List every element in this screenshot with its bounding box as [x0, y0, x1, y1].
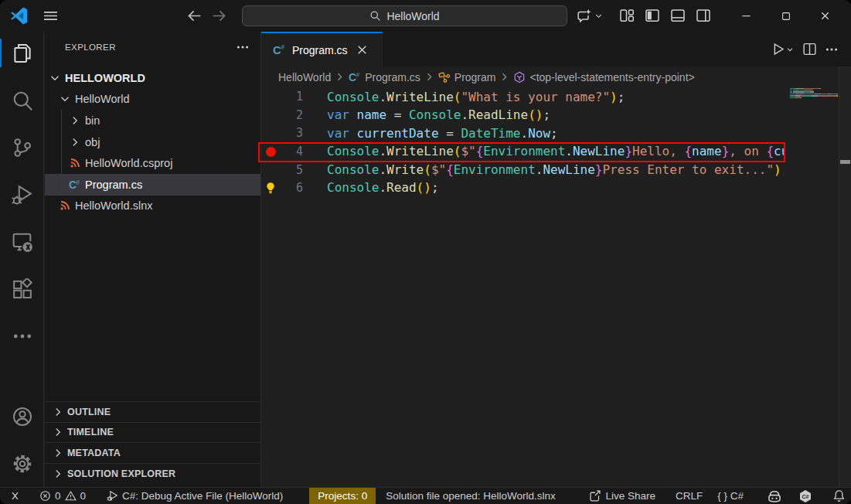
tree-item-label: HelloWorld.csproj — [85, 157, 172, 169]
project-file-icon — [59, 199, 71, 212]
status-notifications[interactable] — [827, 488, 851, 504]
csharp-file-icon — [273, 43, 286, 56]
status-remote-indicator[interactable] — [0, 488, 26, 504]
minimap-line — [790, 95, 838, 97]
tree-item-bin[interactable]: bin — [45, 110, 260, 131]
breadcrumb-program-cs[interactable]: Program.cs — [349, 71, 420, 83]
activitybar-item-additional-views[interactable] — [0, 312, 44, 359]
status-projects[interactable]: Projects: 0 — [309, 488, 376, 504]
breadcrumb-separator-icon — [499, 71, 510, 83]
toggle-primary-sidebar-icon[interactable] — [645, 8, 660, 23]
close-button[interactable] — [805, 0, 845, 32]
copilot-chat-icon — [576, 9, 591, 24]
activitybar-item-remote-explorer[interactable] — [0, 218, 44, 265]
status-copilot[interactable] — [761, 488, 788, 504]
line-number: 3 — [280, 126, 303, 140]
minimize-icon — [740, 10, 752, 22]
tree-item-label: HELLOWORLD — [65, 72, 145, 84]
status-text: { } C# — [717, 490, 744, 502]
maximize-button[interactable] — [766, 0, 805, 32]
code-line-3: 3var currentDate = DateTime.Now; — [261, 124, 784, 143]
tab-program-cs[interactable]: Program.cs — [261, 32, 383, 66]
go-forward-icon[interactable] — [211, 8, 227, 24]
section-label: METADATA — [67, 448, 121, 458]
sidebar-sections: OUTLINETIMELINEMETADATASOLUTION EXPLORER — [45, 401, 260, 483]
split-editor-icon[interactable] — [802, 42, 817, 56]
line-highlight-annotation — [258, 142, 785, 162]
extensions-icon — [12, 278, 33, 300]
tree-item-program-cs[interactable]: Program.cs — [45, 174, 260, 196]
project-file-icon — [69, 157, 81, 169]
activitybar-item-explorer[interactable] — [0, 29, 44, 77]
warning-icon — [65, 490, 77, 502]
run-icon — [771, 42, 785, 56]
status-text: C#: Debug Active File (HelloWorld) — [122, 490, 283, 502]
section-solution-explorer[interactable]: SOLUTION EXPLORER — [45, 463, 260, 484]
toggle-panel-icon[interactable] — [670, 8, 686, 23]
activitybar-item-run-and-debug[interactable] — [0, 171, 44, 218]
minimap[interactable] — [790, 88, 838, 100]
customize-layout-icon[interactable] — [619, 8, 635, 23]
minimize-button[interactable] — [727, 0, 766, 32]
activity-bar — [0, 32, 44, 487]
vscode-logo-icon — [10, 7, 28, 25]
status-live-share[interactable]: Live Share — [583, 488, 661, 504]
toggle-secondary-sidebar-icon[interactable] — [696, 8, 711, 23]
scm-icon — [12, 137, 33, 158]
more-actions-icon[interactable] — [825, 43, 839, 56]
activitybar-item-accounts[interactable] — [0, 393, 44, 440]
line-number: 2 — [280, 108, 303, 122]
activitybar-item-extensions[interactable] — [0, 265, 44, 312]
go-back-icon[interactable] — [186, 8, 203, 24]
tree-item-helloworld[interactable]: HelloWorld — [45, 89, 260, 111]
menu-icon[interactable] — [43, 8, 59, 24]
breadcrumb--top-level-statements-entry-point-[interactable]: <top-level-statements-entry-point> — [513, 71, 694, 83]
copilot-icon — [767, 489, 782, 504]
chevron-down-icon — [594, 11, 604, 21]
tree-item-helloworld[interactable]: HELLOWORLD — [45, 67, 260, 89]
section-timeline[interactable]: TIMELINE — [45, 422, 260, 443]
lightbulb-icon[interactable] — [264, 182, 277, 194]
copilot-button[interactable] — [576, 7, 605, 25]
status-text: 0 — [55, 490, 61, 502]
chevron-right-icon — [69, 136, 81, 148]
run-or-debug-button[interactable] — [771, 42, 795, 56]
section-outline[interactable]: OUTLINE — [45, 401, 260, 422]
status-debug-status[interactable]: C#: Debug Active File (HelloWorld) — [101, 488, 288, 504]
line-number: 6 — [280, 181, 303, 195]
editor-group: Program.cs HelloWorldProgram.csProgram<t… — [261, 32, 851, 487]
activitybar-item-search[interactable] — [0, 77, 44, 124]
command-center-search[interactable]: HelloWorld — [242, 5, 567, 26]
breadcrumb-program[interactable]: Program — [438, 71, 496, 83]
status-language-mode[interactable]: { } C# — [712, 488, 749, 504]
status-solution-status[interactable]: Solution file opened: HelloWorld.slnx — [376, 488, 561, 504]
status-problems[interactable]: 00 — [34, 488, 91, 504]
bell-icon — [832, 489, 846, 502]
search-value: HelloWorld — [386, 10, 439, 22]
tab-bar: Program.cs — [261, 32, 851, 66]
debug-sm-icon — [107, 490, 118, 502]
views-and-more-actions-icon[interactable] — [236, 40, 250, 54]
section-label: SOLUTION EXPLORER — [67, 468, 175, 479]
status-eol[interactable]: CRLF — [670, 488, 708, 504]
activitybar-item-manage[interactable] — [0, 440, 44, 487]
section-metadata[interactable]: METADATA — [45, 442, 260, 463]
tree-item-helloworld-csproj[interactable]: HelloWorld.csproj — [45, 152, 260, 174]
breadcrumb-helloworld[interactable]: HelloWorld — [278, 71, 331, 83]
chevron-right-icon — [52, 406, 64, 418]
scrollbar-track[interactable] — [839, 66, 851, 487]
search-lg-icon — [12, 90, 33, 111]
tree-item-obj[interactable]: obj — [45, 131, 260, 153]
status-csdevkit[interactable] — [793, 488, 818, 504]
search-icon — [369, 10, 381, 22]
scrollbar-cursor-mark — [840, 160, 850, 164]
section-label: OUTLINE — [67, 407, 111, 417]
tree-item-label: bin — [85, 114, 100, 127]
close-tab-icon[interactable] — [356, 43, 369, 56]
tree-item-helloworld-slnx[interactable]: HelloWorld.slnx — [45, 196, 260, 217]
status-text: Solution file opened: HelloWorld.slnx — [386, 490, 556, 502]
chevron-down-icon — [785, 45, 795, 54]
window-controls — [727, 0, 845, 32]
tree-item-label: HelloWorld — [75, 93, 130, 105]
activitybar-item-source-control[interactable] — [0, 124, 44, 171]
